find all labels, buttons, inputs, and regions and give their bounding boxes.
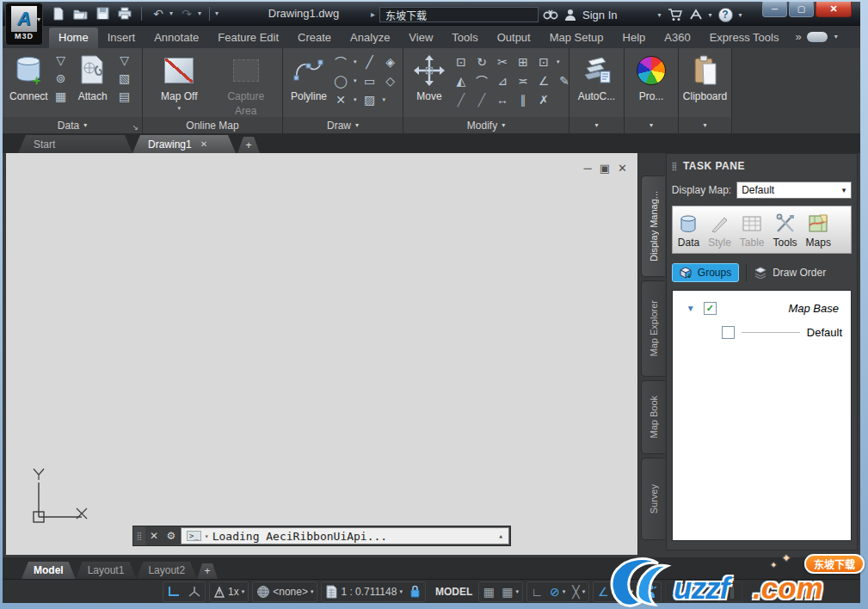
layer-label[interactable]: Default <box>807 326 842 339</box>
move-button[interactable]: Move <box>408 51 451 102</box>
command-input[interactable]: >_ ▾ Loading AeciRibbonUiApi... ▴ <box>181 527 509 544</box>
help-dropdown[interactable]: ▾ <box>739 11 742 19</box>
tab-insert[interactable]: Insert <box>98 28 145 48</box>
side-tab-map-book[interactable]: Map Book <box>641 380 665 454</box>
polyline-edit-dropdown-icon[interactable]: ▾ <box>354 96 357 103</box>
help-icon[interactable]: ? <box>718 8 733 22</box>
grid-display-button[interactable]: ▦ <box>479 582 498 601</box>
trim-icon[interactable]: ✂ <box>495 54 510 70</box>
tree-group-row[interactable]: ▼ ✓ Map Base <box>673 298 851 318</box>
application-menu-button[interactable]: A M3D ▾ <box>5 3 43 46</box>
tab-view[interactable]: View <box>399 28 442 48</box>
insert-image-icon[interactable]: ▧ <box>117 71 132 86</box>
side-tab-survey[interactable]: Survey <box>641 458 665 540</box>
panel-title-draw[interactable]: Draw ▾ <box>283 117 403 133</box>
recent-commands-icon[interactable]: ▾ <box>205 532 209 540</box>
stretch-icon[interactable]: ↔ <box>495 92 510 108</box>
line-icon[interactable]: ╱ <box>362 54 378 70</box>
search-flyout-icon[interactable]: ▸ <box>371 9 375 19</box>
define-query-icon[interactable]: ▽ <box>117 52 132 68</box>
new-tab-button[interactable]: + <box>237 137 260 153</box>
task-pane-header[interactable]: ⣿ TASK PANE <box>672 157 852 175</box>
snap-mode-button[interactable]: ▦▾ <box>498 582 522 601</box>
panel-title-data[interactable]: Data ▾ ↘ <box>3 117 142 133</box>
customize-qat-dropdown[interactable]: ▾ <box>215 9 219 17</box>
arc-dropdown-icon[interactable]: ▾ <box>354 58 357 65</box>
mirror-icon[interactable]: ◭ <box>453 73 469 89</box>
layer-checkbox[interactable] <box>722 326 735 339</box>
tab-create[interactable]: Create <box>288 28 341 48</box>
layer-stack-icon[interactable]: ⊡ <box>536 54 551 70</box>
map-off-button[interactable]: Map Off ▾ <box>157 51 200 112</box>
measure-icon[interactable]: ∠ <box>536 73 551 89</box>
scale-icon[interactable]: ⊿ <box>495 73 510 89</box>
undo-dropdown[interactable]: ▾ <box>169 9 173 17</box>
plot-button[interactable] <box>116 6 133 22</box>
model-space-button[interactable]: MODEL <box>429 586 478 598</box>
ortho-button[interactable]: ∟ <box>527 582 546 601</box>
tools-menu-button[interactable]: Tools <box>773 212 797 249</box>
polar-tracking-button[interactable]: ⊘▾ <box>546 582 569 601</box>
annotation-scale-button[interactable]: 1 : 0.711148 ▾ <box>322 582 405 601</box>
close-tab-icon[interactable]: ✕ <box>200 139 207 149</box>
drawing-close-button[interactable]: ✕ <box>618 162 627 175</box>
tab-feature-edit[interactable]: Feature Edit <box>208 28 288 48</box>
rectangle-tool-icon[interactable]: ◈ <box>383 54 398 70</box>
dialog-launcher-icon[interactable]: ↘ <box>132 123 139 132</box>
drawing-canvas[interactable]: ─ ▣ ✕ Y X ⣿ ✕ ⚙ >_ ▾ Loading AeciRibbonU… <box>6 153 638 555</box>
window-maximize-button[interactable]: ▢ <box>789 2 814 17</box>
undo-button[interactable]: ↶ <box>150 6 167 22</box>
hatch-dropdown-icon[interactable]: ▾ <box>383 96 386 103</box>
tree-layer-row[interactable]: Default <box>673 322 851 342</box>
command-history-icon[interactable]: ▴ <box>499 532 503 540</box>
side-tab-display-manager[interactable]: Display Manag... <box>641 175 665 277</box>
layout-tab-layout1[interactable]: Layout1 <box>76 562 137 579</box>
array-dropdown-icon[interactable]: ▾ <box>557 58 560 65</box>
panel-title-properties[interactable]: ▾ <box>625 117 678 133</box>
attach-button[interactable]: Attach <box>71 51 114 102</box>
ribbon-collapse-dropdown[interactable]: ▾ <box>834 33 838 40</box>
tab-home[interactable]: Home <box>49 28 98 48</box>
offset-icon[interactable]: ∥ <box>515 92 531 108</box>
save-button[interactable] <box>94 6 111 22</box>
connect-button[interactable]: + Connect <box>7 51 51 102</box>
break-icon[interactable]: ╱ <box>453 92 469 108</box>
data-menu-button[interactable]: Data <box>678 212 699 249</box>
drawing-minimize-button[interactable]: ─ <box>584 162 592 175</box>
autocad-layers-button[interactable]: AutoC... <box>576 51 619 102</box>
search-icon[interactable] <box>543 9 558 21</box>
window-minimize-button[interactable]: ─ <box>762 2 787 17</box>
schema-icon[interactable]: ⊚ <box>53 71 69 86</box>
array-icon[interactable]: ⊞ <box>515 54 531 70</box>
exchange-dropdown[interactable]: ▾ <box>709 11 712 19</box>
sign-in-button[interactable]: Sign In <box>582 9 617 22</box>
command-line[interactable]: ⣿ ✕ ⚙ >_ ▾ Loading AeciRibbonUiApi... ▴ <box>132 526 511 546</box>
display-map-select[interactable]: Default ▾ <box>736 181 852 199</box>
tab-map-setup[interactable]: Map Setup <box>540 28 613 48</box>
redo-dropdown[interactable]: ▾ <box>198 9 201 17</box>
ribbon-collapse-button[interactable] <box>807 32 828 42</box>
group-checkbox[interactable]: ✓ <box>704 302 717 315</box>
ucs-status-button[interactable] <box>163 582 184 601</box>
sign-in-dropdown[interactable]: ▾ <box>657 11 661 19</box>
search-input[interactable]: 东坡下载 <box>379 7 539 22</box>
tab-annotate[interactable]: Annotate <box>145 28 208 48</box>
groups-button[interactable]: Groups <box>672 263 739 282</box>
panel-title-autocad[interactable]: ▾ <box>569 117 624 133</box>
isometric-drafting-button[interactable]: ╳▾ <box>569 582 588 601</box>
tree-expander-icon[interactable]: ▼ <box>686 304 704 313</box>
polygon-icon[interactable]: ◇ <box>383 73 398 89</box>
command-customize-icon[interactable]: ⚙ <box>163 526 180 545</box>
tab-help[interactable]: Help <box>613 28 656 48</box>
copy-icon[interactable]: ⊡ <box>453 54 469 70</box>
break-at-point-icon[interactable]: ╱ <box>474 92 489 108</box>
drawing-restore-button[interactable]: ▣ <box>600 162 610 175</box>
tab-analyze[interactable]: Analyze <box>341 28 399 48</box>
circle-dropdown-icon[interactable]: ▾ <box>354 77 357 84</box>
file-tab-drawing1[interactable]: Drawing1 ✕ <box>132 135 236 153</box>
join-icon[interactable]: ≍ <box>515 73 531 89</box>
fillet-icon[interactable]: ⌒ <box>474 73 489 89</box>
tab-output[interactable]: Output <box>488 28 540 48</box>
attach-data-icon[interactable]: ▤ <box>117 89 132 104</box>
layout-tab-model[interactable]: Model <box>22 562 76 579</box>
